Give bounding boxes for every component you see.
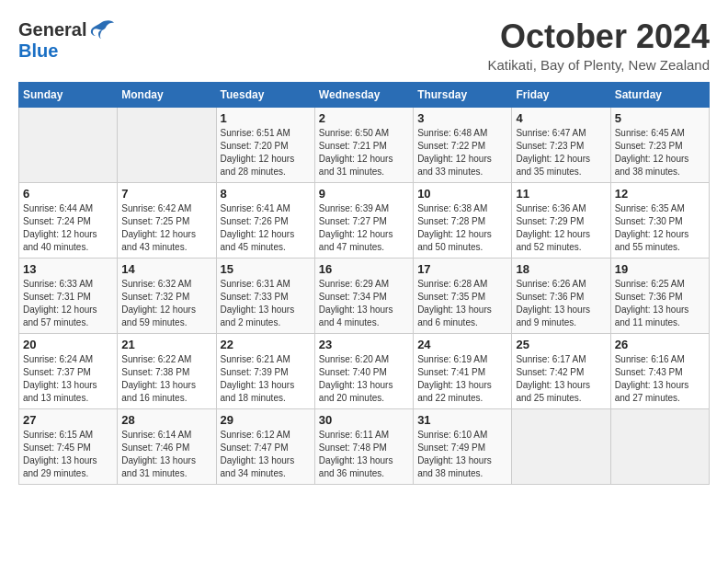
calendar-cell: 25Sunrise: 6:17 AM Sunset: 7:42 PM Dayli…	[512, 333, 610, 408]
calendar-cell: 22Sunrise: 6:21 AM Sunset: 7:39 PM Dayli…	[216, 333, 314, 408]
calendar-week-row: 13Sunrise: 6:33 AM Sunset: 7:31 PM Dayli…	[19, 258, 710, 333]
calendar-cell: 18Sunrise: 6:26 AM Sunset: 7:36 PM Dayli…	[512, 258, 610, 333]
calendar-cell: 8Sunrise: 6:41 AM Sunset: 7:26 PM Daylig…	[216, 182, 314, 258]
day-number: 7	[121, 187, 211, 201]
day-number: 30	[319, 413, 409, 427]
day-info: Sunrise: 6:19 AM Sunset: 7:41 PM Dayligh…	[417, 353, 507, 405]
calendar-cell: 19Sunrise: 6:25 AM Sunset: 7:36 PM Dayli…	[610, 258, 709, 333]
calendar-cell: 12Sunrise: 6:35 AM Sunset: 7:30 PM Dayli…	[610, 182, 709, 258]
day-number: 22	[221, 338, 311, 351]
calendar-cell: 11Sunrise: 6:36 AM Sunset: 7:29 PM Dayli…	[512, 182, 610, 258]
day-number: 29	[221, 413, 311, 427]
day-info: Sunrise: 6:35 AM Sunset: 7:30 PM Dayligh…	[615, 202, 705, 254]
calendar-cell	[610, 408, 709, 484]
day-info: Sunrise: 6:11 AM Sunset: 7:48 PM Dayligh…	[319, 429, 409, 480]
day-info: Sunrise: 6:48 AM Sunset: 7:22 PM Dayligh…	[417, 127, 507, 178]
logo-bird-icon	[88, 18, 116, 40]
calendar-cell	[512, 408, 610, 484]
calendar-header-friday: Friday	[512, 82, 610, 107]
day-number: 24	[417, 338, 507, 351]
calendar-cell: 20Sunrise: 6:24 AM Sunset: 7:37 PM Dayli…	[19, 333, 118, 408]
page-header: General Blue October 2024 Katikati, Bay …	[18, 18, 710, 73]
calendar-cell: 14Sunrise: 6:32 AM Sunset: 7:32 PM Dayli…	[118, 258, 216, 333]
day-number: 18	[516, 262, 606, 276]
day-number: 4	[516, 111, 606, 125]
day-number: 26	[615, 338, 705, 351]
calendar-cell: 3Sunrise: 6:48 AM Sunset: 7:22 PM Daylig…	[414, 107, 512, 182]
day-info: Sunrise: 6:12 AM Sunset: 7:47 PM Dayligh…	[221, 429, 311, 480]
day-number: 1	[221, 111, 311, 125]
calendar-cell: 4Sunrise: 6:47 AM Sunset: 7:23 PM Daylig…	[512, 107, 610, 182]
day-number: 6	[23, 187, 113, 201]
day-number: 17	[417, 262, 507, 276]
calendar-cell: 31Sunrise: 6:10 AM Sunset: 7:49 PM Dayli…	[414, 408, 512, 484]
calendar-cell: 1Sunrise: 6:51 AM Sunset: 7:20 PM Daylig…	[216, 107, 314, 182]
day-info: Sunrise: 6:51 AM Sunset: 7:20 PM Dayligh…	[221, 127, 311, 178]
day-info: Sunrise: 6:10 AM Sunset: 7:49 PM Dayligh…	[417, 429, 507, 480]
calendar-cell: 16Sunrise: 6:29 AM Sunset: 7:34 PM Dayli…	[314, 258, 413, 333]
calendar-cell: 17Sunrise: 6:28 AM Sunset: 7:35 PM Dayli…	[414, 258, 512, 333]
calendar-cell: 26Sunrise: 6:16 AM Sunset: 7:43 PM Dayli…	[610, 333, 709, 408]
day-info: Sunrise: 6:47 AM Sunset: 7:23 PM Dayligh…	[516, 127, 606, 178]
calendar-header-thursday: Thursday	[414, 82, 512, 107]
day-info: Sunrise: 6:15 AM Sunset: 7:45 PM Dayligh…	[23, 429, 113, 480]
day-number: 10	[417, 187, 507, 201]
calendar-cell: 6Sunrise: 6:44 AM Sunset: 7:24 PM Daylig…	[19, 182, 118, 258]
calendar-cell: 23Sunrise: 6:20 AM Sunset: 7:40 PM Dayli…	[314, 333, 413, 408]
day-number: 16	[319, 262, 409, 276]
day-info: Sunrise: 6:14 AM Sunset: 7:46 PM Dayligh…	[121, 429, 211, 480]
day-info: Sunrise: 6:20 AM Sunset: 7:40 PM Dayligh…	[319, 353, 409, 405]
day-info: Sunrise: 6:50 AM Sunset: 7:21 PM Dayligh…	[319, 127, 409, 178]
calendar-header-row: SundayMondayTuesdayWednesdayThursdayFrid…	[19, 82, 710, 107]
calendar-cell	[19, 107, 118, 182]
day-info: Sunrise: 6:42 AM Sunset: 7:25 PM Dayligh…	[121, 202, 211, 254]
day-number: 11	[516, 187, 606, 201]
day-number: 12	[615, 187, 705, 201]
day-number: 2	[319, 111, 409, 125]
day-number: 13	[23, 262, 113, 276]
day-number: 5	[615, 111, 705, 125]
month-title: October 2024	[487, 18, 710, 55]
day-info: Sunrise: 6:44 AM Sunset: 7:24 PM Dayligh…	[23, 202, 113, 254]
calendar-week-row: 20Sunrise: 6:24 AM Sunset: 7:37 PM Dayli…	[19, 333, 710, 408]
title-section: October 2024 Katikati, Bay of Plenty, Ne…	[487, 18, 710, 73]
calendar-week-row: 1Sunrise: 6:51 AM Sunset: 7:20 PM Daylig…	[19, 107, 710, 182]
calendar-cell: 27Sunrise: 6:15 AM Sunset: 7:45 PM Dayli…	[19, 408, 118, 484]
calendar-cell: 29Sunrise: 6:12 AM Sunset: 7:47 PM Dayli…	[216, 408, 314, 484]
calendar-header-saturday: Saturday	[610, 82, 709, 107]
day-info: Sunrise: 6:33 AM Sunset: 7:31 PM Dayligh…	[23, 278, 113, 329]
calendar-header-tuesday: Tuesday	[216, 82, 314, 107]
day-number: 20	[23, 338, 113, 351]
day-info: Sunrise: 6:39 AM Sunset: 7:27 PM Dayligh…	[319, 202, 409, 254]
day-number: 25	[516, 338, 606, 351]
calendar-cell: 7Sunrise: 6:42 AM Sunset: 7:25 PM Daylig…	[118, 182, 216, 258]
calendar-cell: 2Sunrise: 6:50 AM Sunset: 7:21 PM Daylig…	[314, 107, 413, 182]
calendar-cell	[118, 107, 216, 182]
day-info: Sunrise: 6:26 AM Sunset: 7:36 PM Dayligh…	[516, 278, 606, 329]
day-info: Sunrise: 6:32 AM Sunset: 7:32 PM Dayligh…	[121, 278, 211, 329]
day-info: Sunrise: 6:21 AM Sunset: 7:39 PM Dayligh…	[221, 353, 311, 405]
day-info: Sunrise: 6:38 AM Sunset: 7:28 PM Dayligh…	[417, 202, 507, 254]
day-number: 3	[417, 111, 507, 125]
day-number: 27	[23, 413, 113, 427]
day-info: Sunrise: 6:25 AM Sunset: 7:36 PM Dayligh…	[615, 278, 705, 329]
day-info: Sunrise: 6:28 AM Sunset: 7:35 PM Dayligh…	[417, 278, 507, 329]
calendar-cell: 24Sunrise: 6:19 AM Sunset: 7:41 PM Dayli…	[414, 333, 512, 408]
day-number: 23	[319, 338, 409, 351]
calendar-cell: 30Sunrise: 6:11 AM Sunset: 7:48 PM Dayli…	[314, 408, 413, 484]
logo: General Blue	[18, 18, 116, 62]
day-number: 14	[121, 262, 211, 276]
day-info: Sunrise: 6:31 AM Sunset: 7:33 PM Dayligh…	[221, 278, 311, 329]
day-info: Sunrise: 6:17 AM Sunset: 7:42 PM Dayligh…	[516, 353, 606, 405]
day-info: Sunrise: 6:45 AM Sunset: 7:23 PM Dayligh…	[615, 127, 705, 178]
day-info: Sunrise: 6:22 AM Sunset: 7:38 PM Dayligh…	[121, 353, 211, 405]
day-info: Sunrise: 6:29 AM Sunset: 7:34 PM Dayligh…	[319, 278, 409, 329]
calendar-cell: 5Sunrise: 6:45 AM Sunset: 7:23 PM Daylig…	[610, 107, 709, 182]
day-number: 8	[221, 187, 311, 201]
day-number: 31	[417, 413, 507, 427]
calendar-week-row: 27Sunrise: 6:15 AM Sunset: 7:45 PM Dayli…	[19, 408, 710, 484]
day-info: Sunrise: 6:36 AM Sunset: 7:29 PM Dayligh…	[516, 202, 606, 254]
day-number: 9	[319, 187, 409, 201]
calendar-header-wednesday: Wednesday	[314, 82, 413, 107]
calendar-cell: 10Sunrise: 6:38 AM Sunset: 7:28 PM Dayli…	[414, 182, 512, 258]
